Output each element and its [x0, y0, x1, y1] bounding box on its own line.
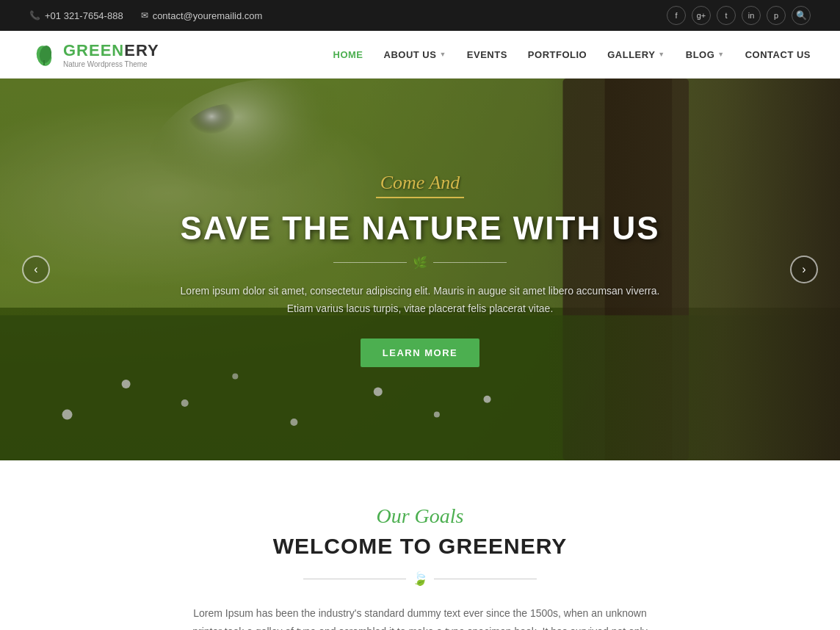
email-icon: ✉	[141, 10, 148, 21]
nav-item-home[interactable]: HOME	[333, 49, 363, 60]
email-contact: ✉ contact@youremailid.com	[141, 10, 263, 21]
logo-title: GREENERY	[63, 41, 159, 60]
nav-item-contact[interactable]: CONTACT US	[745, 49, 811, 60]
pinterest-icon[interactable]: p	[767, 6, 786, 25]
goals-divider-right	[434, 579, 537, 579]
blog-dropdown-icon: ▼	[717, 51, 724, 58]
logo-text: GREENERY Nature Wordpress Theme	[63, 41, 159, 68]
navbar: GREENERY Nature Wordpress Theme HOME ABO…	[0, 31, 840, 79]
slider-next-button[interactable]: ›	[790, 256, 818, 283]
email-address: contact@youremailid.com	[153, 10, 263, 21]
gallery-dropdown-icon: ▼	[658, 51, 665, 58]
goals-description: Lorem Ipsum has been the industry's stan…	[192, 604, 648, 630]
linkedin-icon[interactable]: in	[742, 6, 761, 25]
top-bar: 📞 +01 321-7654-888 ✉ contact@youremailid…	[0, 0, 840, 31]
hero-description: Lorem ipsum dolor sit amet, consectetur …	[178, 283, 662, 318]
hero-section: ‹ Come And SAVE THE NATURE WITH US 🌿 Lor…	[0, 79, 840, 460]
goals-leaf-icon: 🍃	[412, 571, 428, 587]
hero-divider-left	[333, 262, 407, 263]
logo[interactable]: GREENERY Nature Wordpress Theme	[29, 40, 159, 69]
search-icon[interactable]: 🔍	[792, 6, 811, 25]
slider-prev-button[interactable]: ‹	[22, 256, 50, 283]
hero-subtitle: Come And	[178, 172, 662, 198]
phone-number: +01 321-7654-888	[45, 10, 123, 21]
nav-item-events[interactable]: EVENTS	[467, 49, 507, 60]
hero-divider: 🌿	[178, 256, 662, 269]
nav-menu: HOME ABOUT US ▼ EVENTS PORTFOLIO GALLERY…	[333, 49, 811, 60]
goals-divider-left	[303, 579, 406, 579]
chevron-right-icon: ›	[802, 263, 805, 276]
learn-more-button[interactable]: LEARN MORE	[361, 338, 479, 367]
logo-icon	[29, 40, 59, 69]
nav-item-about[interactable]: ABOUT US ▼	[384, 49, 446, 60]
top-bar-social: f g+ t in p 🔍	[667, 6, 811, 25]
goals-title: WELCOME TO GREENERY	[29, 534, 811, 559]
google-plus-icon[interactable]: g+	[692, 6, 711, 25]
twitter-icon[interactable]: t	[717, 6, 736, 25]
leaf-divider-icon: 🌿	[413, 256, 427, 269]
nav-item-portfolio[interactable]: PORTFOLIO	[528, 49, 587, 60]
chevron-left-icon: ‹	[34, 263, 37, 276]
top-bar-contacts: 📞 +01 321-7654-888 ✉ contact@youremailid…	[29, 10, 262, 21]
hero-content: Come And SAVE THE NATURE WITH US 🌿 Lorem…	[163, 172, 677, 367]
facebook-icon[interactable]: f	[667, 6, 686, 25]
goals-label: Our Goals	[29, 504, 811, 528]
phone-contact: 📞 +01 321-7654-888	[29, 10, 123, 21]
phone-icon: 📞	[29, 10, 40, 21]
logo-subtitle: Nature Wordpress Theme	[63, 60, 159, 68]
hero-title: SAVE THE NATURE WITH US	[178, 210, 662, 247]
about-dropdown-icon: ▼	[439, 51, 446, 58]
goals-divider: 🍃	[29, 571, 811, 587]
goals-section: Our Goals WELCOME TO GREENERY 🍃 Lorem Ip…	[0, 460, 840, 630]
hero-divider-right	[433, 262, 507, 263]
nav-item-blog[interactable]: BLOG ▼	[686, 49, 725, 60]
nav-item-gallery[interactable]: GALLERY ▼	[607, 49, 665, 60]
